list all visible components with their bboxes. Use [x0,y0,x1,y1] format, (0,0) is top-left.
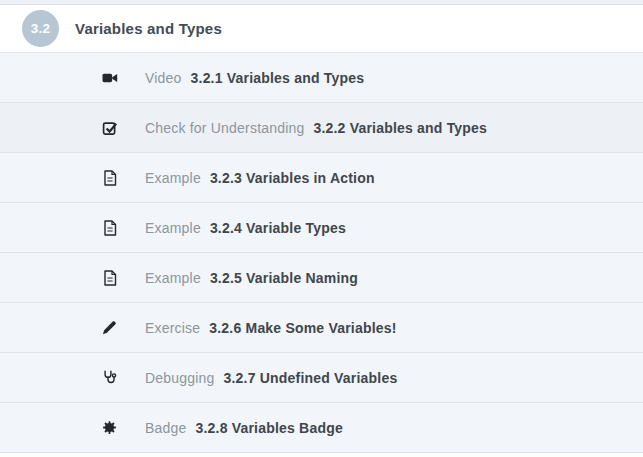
lesson-item-row[interactable]: Video 3.2.1 Variables and Types [0,53,643,103]
lesson-item-row[interactable]: Example 3.2.3 Variables in Action [0,153,643,203]
item-title: 3.2.4 Variable Types [210,220,346,236]
section-title: Variables and Types [75,20,222,37]
example-document-icon [101,169,118,186]
item-type-label: Example [145,170,201,186]
video-icon [101,69,118,86]
badge-icon [101,419,118,436]
check-for-understanding-icon [101,119,118,136]
item-type-label: Example [145,270,201,286]
item-type-label: Example [145,220,201,236]
item-title: 3.2.3 Variables in Action [210,170,375,186]
example-document-icon [101,269,118,286]
item-title: 3.2.6 Make Some Variables! [209,320,396,336]
lesson-item-row[interactable]: Check for Understanding 3.2.2 Variables … [0,103,643,153]
item-title: 3.2.8 Variables Badge [195,420,342,436]
section-number-badge: 3.2 [22,10,59,47]
exercise-pencil-icon [101,319,118,336]
next-section-edge [0,453,643,457]
debugging-stethoscope-icon [101,369,118,386]
curriculum-module: 3.2 Variables and Types Video 3.2.1 Vari… [0,0,643,457]
item-type-label: Debugging [145,370,215,386]
item-title: 3.2.2 Variables and Types [313,120,487,136]
item-type-label: Check for Understanding [145,120,304,136]
example-document-icon [101,219,118,236]
lesson-item-row[interactable]: Debugging 3.2.7 Undefined Variables [0,353,643,403]
lesson-item-row[interactable]: Example 3.2.4 Variable Types [0,203,643,253]
item-title: 3.2.7 Undefined Variables [224,370,398,386]
lesson-item-row[interactable]: Example 3.2.5 Variable Naming [0,253,643,303]
section-header[interactable]: 3.2 Variables and Types [0,5,643,53]
item-title: 3.2.5 Variable Naming [210,270,358,286]
item-type-label: Exercise [145,320,200,336]
item-type-label: Badge [145,420,186,436]
lesson-item-row[interactable]: Badge 3.2.8 Variables Badge [0,403,643,453]
item-type-label: Video [145,70,182,86]
item-title: 3.2.1 Variables and Types [191,70,365,86]
lesson-item-row[interactable]: Exercise 3.2.6 Make Some Variables! [0,303,643,353]
